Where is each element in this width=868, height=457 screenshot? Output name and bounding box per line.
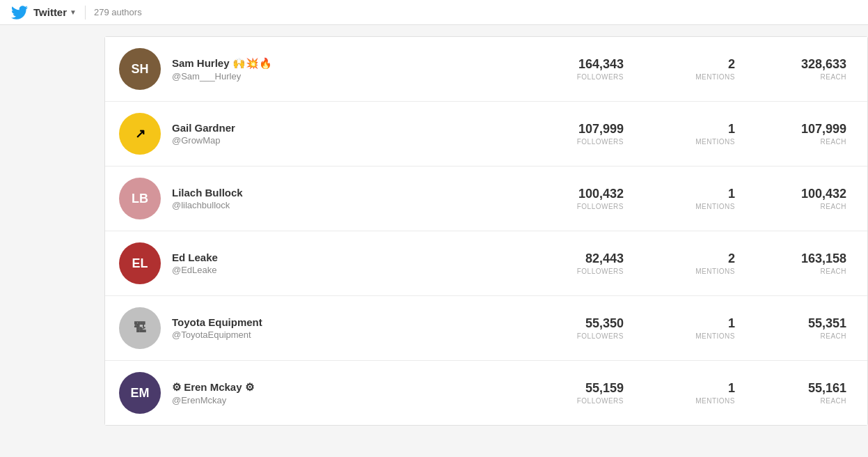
stat-followers: 164,343 FOLLOWERS [519, 57, 631, 81]
stat-followers: 107,999 FOLLOWERS [519, 122, 631, 146]
mentions-value: 2 [638, 251, 735, 266]
author-row[interactable]: 🏗 Toyota Equipment @ToyotaEquipment 55,3… [105, 296, 867, 361]
reach-label: REACH [749, 268, 846, 275]
mentions-value: 1 [638, 187, 735, 201]
authors-count: 279 authors [94, 7, 142, 17]
stat-followers: 100,432 FOLLOWERS [519, 187, 631, 210]
stat-followers: 55,159 FOLLOWERS [519, 381, 631, 405]
followers-value: 55,159 [526, 381, 624, 396]
author-row[interactable]: ↗ Gail Gardner @GrowMap 107,999 FOLLOWER… [105, 102, 867, 166]
topbar: Twitter ▼ 279 authors [0, 0, 868, 25]
stat-followers: 55,350 FOLLOWERS [519, 316, 631, 340]
author-stats: 100,432 FOLLOWERS 1 MENTIONS 100,432 REA… [519, 187, 853, 210]
followers-label: FOLLOWERS [526, 268, 624, 275]
followers-value: 100,432 [526, 187, 624, 201]
author-avatar: 🏗 [119, 307, 161, 349]
reach-label: REACH [749, 73, 846, 81]
stat-followers: 82,443 FOLLOWERS [519, 251, 631, 275]
author-handle: @lilachbullock [172, 200, 519, 210]
reach-label: REACH [749, 332, 846, 340]
author-info: Sam Hurley 🙌💥🔥 @Sam___Hurley [172, 57, 519, 82]
followers-label: FOLLOWERS [526, 203, 624, 210]
reach-label: REACH [749, 203, 846, 210]
twitter-icon [11, 4, 28, 21]
reach-label: REACH [749, 397, 846, 405]
followers-value: 82,443 [526, 251, 624, 266]
author-row[interactable]: LB Lilach Bullock @lilachbullock 100,432… [105, 166, 867, 231]
author-avatar: SH [119, 48, 161, 90]
author-avatar: EM [119, 372, 161, 414]
followers-label: FOLLOWERS [526, 332, 624, 340]
author-name: Ed Leake [172, 251, 519, 263]
author-handle: @Sam___Hurley [172, 71, 519, 82]
stat-mentions: 1 MENTIONS [631, 122, 742, 146]
topbar-divider [85, 6, 86, 20]
mentions-value: 1 [638, 122, 735, 137]
stat-reach: 55,351 REACH [742, 316, 853, 340]
reach-value: 100,432 [749, 187, 846, 201]
author-name: Lilach Bullock [172, 187, 519, 199]
author-handle: @ToyotaEquipment [172, 330, 519, 340]
followers-value: 107,999 [526, 122, 624, 137]
reach-value: 107,999 [749, 122, 846, 137]
author-name: Sam Hurley 🙌💥🔥 [172, 57, 519, 70]
stat-mentions: 1 MENTIONS [631, 187, 742, 210]
author-stats: 55,350 FOLLOWERS 1 MENTIONS 55,351 REACH [519, 316, 853, 340]
reach-value: 163,158 [749, 251, 846, 266]
stat-reach: 328,633 REACH [742, 57, 853, 81]
author-handle: @EdLeake [172, 265, 519, 275]
mentions-label: MENTIONS [638, 203, 735, 210]
platform-title: Twitter [33, 6, 67, 18]
mentions-label: MENTIONS [638, 138, 735, 146]
stat-reach: 163,158 REACH [742, 251, 853, 275]
author-avatar: LB [119, 178, 161, 219]
author-stats: 55,159 FOLLOWERS 1 MENTIONS 55,161 REACH [519, 381, 853, 405]
author-info: Gail Gardner @GrowMap [172, 122, 519, 146]
mentions-label: MENTIONS [638, 268, 735, 275]
authors-list: SH Sam Hurley 🙌💥🔥 @Sam___Hurley 164,343 … [104, 36, 868, 426]
author-row[interactable]: EM ⚙ Eren Mckay ⚙ @ErenMckay 55,159 FOLL… [105, 361, 867, 425]
author-handle: @GrowMap [172, 135, 519, 146]
author-info: Ed Leake @EdLeake [172, 251, 519, 275]
stat-mentions: 2 MENTIONS [631, 57, 742, 81]
author-name: Toyota Equipment [172, 316, 519, 328]
mentions-value: 1 [638, 381, 735, 396]
mentions-value: 2 [638, 57, 735, 72]
reach-value: 55,351 [749, 316, 846, 331]
stat-mentions: 1 MENTIONS [631, 381, 742, 405]
mentions-value: 1 [638, 316, 735, 331]
stat-reach: 100,432 REACH [742, 187, 853, 210]
author-info: ⚙ Eren Mckay ⚙ @ErenMckay [172, 381, 519, 405]
mentions-label: MENTIONS [638, 397, 735, 405]
author-row[interactable]: SH Sam Hurley 🙌💥🔥 @Sam___Hurley 164,343 … [105, 37, 867, 102]
reach-value: 55,161 [749, 381, 846, 396]
mentions-label: MENTIONS [638, 73, 735, 81]
author-row[interactable]: EL Ed Leake @EdLeake 82,443 FOLLOWERS 2 … [105, 231, 867, 296]
reach-value: 328,633 [749, 57, 846, 72]
main-content: SH Sam Hurley 🙌💥🔥 @Sam___Hurley 164,343 … [0, 25, 868, 437]
followers-label: FOLLOWERS [526, 138, 624, 146]
stat-reach: 55,161 REACH [742, 381, 853, 405]
author-stats: 164,343 FOLLOWERS 2 MENTIONS 328,633 REA… [519, 57, 853, 81]
dropdown-icon[interactable]: ▼ [70, 8, 77, 16]
stat-mentions: 2 MENTIONS [631, 251, 742, 275]
mentions-label: MENTIONS [638, 332, 735, 340]
author-stats: 107,999 FOLLOWERS 1 MENTIONS 107,999 REA… [519, 122, 853, 146]
stat-reach: 107,999 REACH [742, 122, 853, 146]
author-avatar: EL [119, 242, 161, 284]
followers-label: FOLLOWERS [526, 397, 624, 405]
stat-mentions: 1 MENTIONS [631, 316, 742, 340]
followers-value: 164,343 [526, 57, 624, 72]
followers-label: FOLLOWERS [526, 73, 624, 81]
author-info: Lilach Bullock @lilachbullock [172, 187, 519, 210]
author-handle: @ErenMckay [172, 395, 519, 405]
author-info: Toyota Equipment @ToyotaEquipment [172, 316, 519, 340]
author-name: Gail Gardner [172, 122, 519, 134]
author-stats: 82,443 FOLLOWERS 2 MENTIONS 163,158 REAC… [519, 251, 853, 275]
followers-value: 55,350 [526, 316, 624, 331]
sidebar [0, 36, 104, 426]
author-name: ⚙ Eren Mckay ⚙ [172, 381, 519, 394]
reach-label: REACH [749, 138, 846, 146]
author-avatar: ↗ [119, 113, 161, 155]
